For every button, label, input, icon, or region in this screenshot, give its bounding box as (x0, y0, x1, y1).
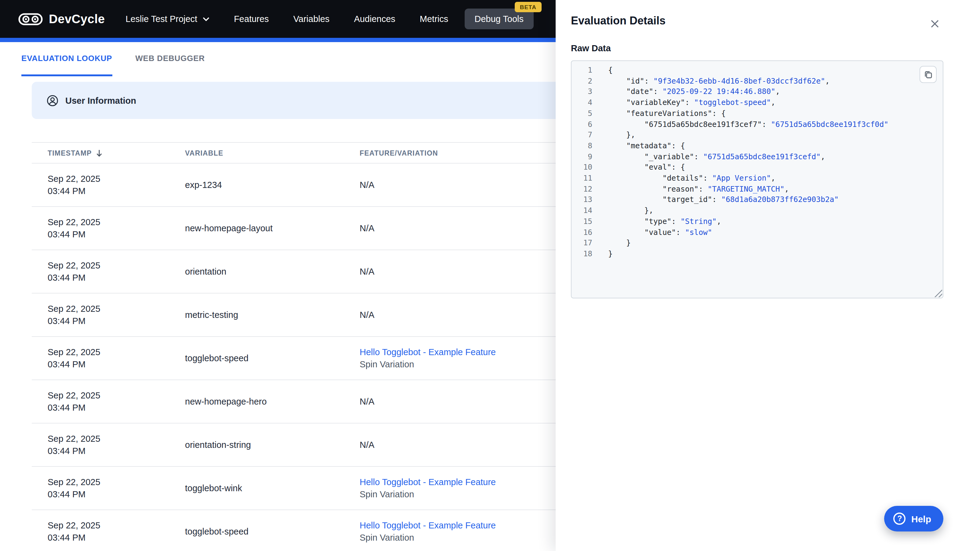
nav-item-metrics[interactable]: Metrics (420, 14, 448, 24)
code-plain-token: }, (608, 130, 635, 139)
code-string-token: "68d1a6a20b873ff62e903b2a" (721, 195, 838, 204)
close-icon[interactable] (928, 16, 942, 31)
code-plain-token: , (825, 76, 830, 85)
code-plain-token: "date": (608, 87, 662, 96)
line-number: 4 (571, 98, 592, 108)
tab-web-debugger[interactable]: WEB DEBUGGER (135, 42, 205, 76)
timestamp-date: Sep 22, 2025 (48, 389, 169, 402)
line-number: 7 (571, 130, 592, 141)
code-line: 8 "metadata": { (571, 141, 943, 152)
code-line: 15 "type": "String", (571, 217, 943, 227)
project-name: Leslie Test Project (126, 14, 197, 24)
timestamp-date: Sep 22, 2025 (48, 346, 169, 358)
code-text: "date": "2025-09-22 19:44:46.880", (608, 87, 780, 98)
timestamp-cell: Sep 22, 202503:44 PM (32, 303, 169, 327)
code-text: "target_id": "68d1a6a20b873ff62e903b2a" (608, 195, 838, 206)
code-plain-token: , (771, 98, 775, 107)
chevron-down-icon (203, 17, 210, 21)
code-line: 11 "details": "App Version", (571, 173, 943, 184)
user-circle-icon (46, 94, 59, 106)
code-string-token: "6751d5a65bdc8ee191f3cefd" (703, 152, 821, 161)
column-label-variable: VARIABLE (185, 149, 223, 157)
code-text: "6751d5a65bdc8ee191f3cef7": "6751d5a65bd… (608, 119, 888, 130)
devcycle-app: DevCycle Leslie Test Project Features Va… (0, 0, 980, 551)
code-plain-token: } (608, 239, 631, 248)
code-text: }, (608, 130, 635, 141)
debug-tools-label: Debug Tools (474, 14, 523, 24)
timestamp-cell: Sep 22, 202503:44 PM (32, 173, 169, 197)
code-line: 7 }, (571, 130, 943, 141)
timestamp-cell: Sep 22, 202503:44 PM (32, 259, 169, 284)
code-text: "value": "slow" (608, 227, 712, 238)
code-plain-token: , (784, 184, 789, 193)
variable-cell: new-homepage-layout (169, 222, 344, 234)
code-plain-token: "details": (608, 174, 712, 183)
column-header-variable[interactable]: VARIABLE (169, 149, 344, 157)
code-text: "type": "String", (608, 217, 721, 227)
code-line: 16 "value": "slow" (571, 227, 943, 238)
line-number: 9 (571, 152, 592, 162)
timestamp-cell: Sep 22, 202503:44 PM (32, 216, 169, 240)
column-label-feature-variation: FEATURE/VARIATION (360, 149, 438, 157)
timestamp-date: Sep 22, 2025 (48, 173, 169, 185)
code-plain-token: "metadata": { (608, 141, 685, 150)
code-text: "eval": { (608, 163, 685, 173)
code-plain-token: , (771, 174, 775, 183)
code-line: 14 }, (571, 206, 943, 216)
tab-evaluation-lookup[interactable]: EVALUATION LOOKUP (21, 42, 112, 76)
code-plain-token: "eval": { (608, 163, 685, 172)
project-selector[interactable]: Leslie Test Project (126, 14, 210, 24)
evaluation-details-panel: Evaluation Details Raw Data 1{2 "id": "9… (556, 0, 980, 551)
code-plain-token: } (608, 249, 613, 258)
timestamp-date: Sep 22, 2025 (48, 259, 169, 272)
code-plain-token: { (608, 66, 613, 75)
variable-cell: new-homepage-hero (169, 395, 344, 408)
nav-item-audiences[interactable]: Audiences (354, 14, 395, 24)
code-string-token: "6751d5a65bdc8ee191f3cf0d" (771, 120, 888, 129)
timestamp-date: Sep 22, 2025 (48, 433, 169, 445)
question-circle-icon: ? (894, 513, 906, 525)
nav-item-debug-tools[interactable]: Debug Tools BETA (465, 8, 533, 29)
timestamp-date: Sep 22, 2025 (48, 519, 169, 532)
devcycle-logo[interactable]: DevCycle (18, 11, 105, 27)
code-line: 17 } (571, 238, 943, 249)
timestamp-cell: Sep 22, 202503:44 PM (32, 346, 169, 370)
code-line: 10 "eval": { (571, 163, 943, 173)
code-line: 2 "id": "9f3e4b32-6ebb-4d16-8bef-03dccf3… (571, 76, 943, 87)
variable-cell: orientation-string (169, 439, 344, 451)
beta-badge: BETA (515, 2, 541, 12)
timestamp-time: 03:44 PM (48, 315, 169, 327)
nav-links: Features Variables Audiences Metrics (234, 14, 448, 24)
code-string-token: "App Version" (712, 174, 771, 183)
timestamp-date: Sep 22, 2025 (48, 476, 169, 488)
line-number: 6 (571, 119, 592, 130)
column-header-timestamp[interactable]: TIMESTAMP (32, 149, 169, 157)
code-plain-token: }, (608, 206, 653, 215)
timestamp-time: 03:44 PM (48, 272, 169, 284)
code-string-token: "9f3e4b32-6ebb-4d16-8bef-03dccf3df62e" (653, 76, 825, 85)
nav-item-features[interactable]: Features (234, 14, 269, 24)
code-line: 18} (571, 249, 943, 260)
code-text: "variableKey": "togglebot-speed", (608, 98, 775, 108)
help-button[interactable]: ? Help (885, 506, 943, 532)
code-line: 6 "6751d5a65bdc8ee191f3cef7": "6751d5a65… (571, 119, 943, 130)
code-plain-token: , (821, 152, 825, 161)
resize-handle[interactable] (934, 289, 942, 297)
raw-data-label: Raw Data (571, 43, 965, 53)
raw-data-code-block[interactable]: 1{2 "id": "9f3e4b32-6ebb-4d16-8bef-03dcc… (571, 60, 943, 299)
copy-icon[interactable] (920, 66, 937, 83)
banner-label: User Information (65, 95, 136, 105)
timestamp-time: 03:44 PM (48, 358, 169, 370)
code-line: 3 "date": "2025-09-22 19:44:46.880", (571, 87, 943, 98)
code-plain-token: "target_id": (608, 195, 721, 204)
variable-cell: togglebot-speed (169, 526, 344, 538)
code-text: "details": "App Version", (608, 173, 775, 184)
variable-cell: togglebot-wink (169, 482, 344, 494)
nav-item-variables[interactable]: Variables (293, 14, 330, 24)
code-plain-token: "id": (608, 76, 653, 85)
code-lines: 1{2 "id": "9f3e4b32-6ebb-4d16-8bef-03dcc… (571, 65, 943, 260)
line-number: 5 (571, 109, 592, 119)
code-text: }, (608, 206, 653, 216)
line-number: 17 (571, 238, 592, 249)
code-plain-token: , (775, 87, 780, 96)
